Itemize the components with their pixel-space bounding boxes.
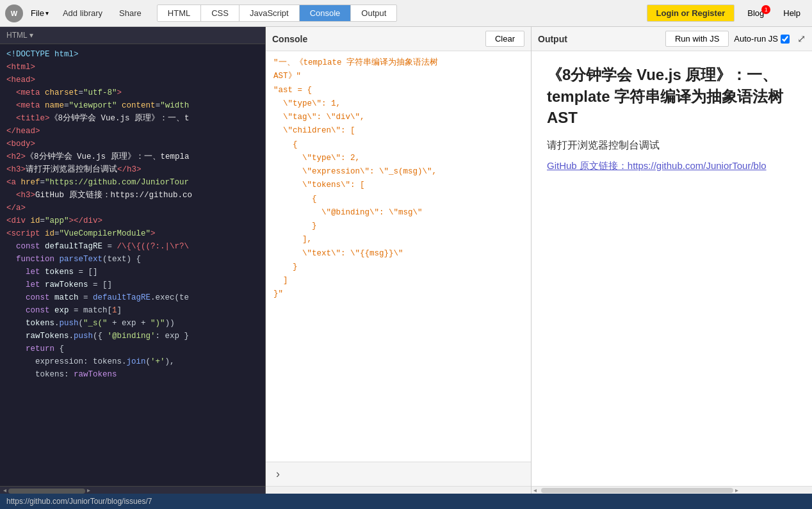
code-line: <meta charset="utf-8">	[0, 86, 265, 99]
blog-badge: 1	[761, 5, 770, 14]
console-line: \"tokens\": [	[273, 179, 523, 192]
console-line: "ast = {	[273, 84, 523, 97]
console-line: AST》"	[273, 70, 523, 83]
code-line: <!DOCTYPE html>	[0, 48, 265, 61]
html-editor-panel: HTML ▾ <!DOCTYPE html> <html> <head> <me…	[0, 27, 266, 494]
console-line: {	[273, 138, 523, 152]
console-line: \"children\": [	[273, 124, 523, 138]
clear-button[interactable]: Clear	[485, 31, 524, 47]
file-menu[interactable]: File ▾	[27, 6, 53, 20]
status-bar: https://github.com/JuniorTour/blog/issue…	[0, 494, 812, 509]
code-line: const exp = match[1]	[0, 304, 265, 317]
code-line: <html>	[0, 61, 265, 74]
console-line: {	[273, 193, 523, 206]
code-line: function parseText(text) {	[0, 253, 265, 266]
horizontal-scrollbar[interactable]: ◂ ▸	[0, 486, 265, 494]
share-button[interactable]: Share	[113, 6, 148, 20]
console-line: ]	[273, 274, 523, 287]
editor-tabs: HTML CSS JavaScript Console Output	[157, 4, 398, 22]
code-line: <h2>《8分钟学会 Vue.js 原理》：一、templa	[0, 150, 265, 163]
console-line: "一、《template 字符串编译为抽象语法树	[273, 56, 523, 70]
console-output[interactable]: "一、《template 字符串编译为抽象语法树 AST》" "ast = { …	[266, 51, 531, 462]
file-arrow-icon: ▾	[45, 10, 49, 17]
scroll-left-arrow[interactable]: ◂	[1, 487, 8, 494]
console-line: \"@binding\": \"msg\"	[273, 206, 523, 220]
code-line: <head>	[0, 74, 265, 86]
code-line: <div id="app"></div>	[0, 214, 265, 227]
run-with-js-button[interactable]: Run with JS	[665, 31, 729, 47]
console-line: ],	[273, 233, 523, 246]
output-title: Output	[538, 34, 660, 44]
scroll-right-arrow[interactable]: ▸	[85, 487, 92, 494]
console-line: }"	[273, 287, 523, 301]
code-line: <title>《8分钟学会 Vue.js 原理》：一、t	[0, 112, 265, 125]
code-line: const match = defaultTagRE.exec(te	[0, 291, 265, 304]
top-nav: W File ▾ Add library Share HTML CSS Java…	[0, 0, 812, 27]
output-panel: Output Run with JS Auto-run JS ⤢ 《8分钟学会 …	[532, 27, 812, 494]
add-library-button[interactable]: Add library	[56, 6, 109, 20]
login-button[interactable]: Login or Register	[647, 4, 735, 22]
code-line: tokens: rawTokens	[0, 368, 265, 381]
html-panel-header[interactable]: HTML ▾	[0, 27, 265, 44]
code-line: <h3>请打开浏览器控制台调试</h3>	[0, 163, 265, 176]
code-line: </a>	[0, 202, 265, 214]
output-header: Output Run with JS Auto-run JS ⤢	[532, 27, 812, 51]
tab-output[interactable]: Output	[351, 5, 396, 21]
console-line: }	[273, 261, 523, 274]
console-line: \"type\": 2,	[273, 152, 523, 165]
code-line: <meta name="viewport" content="width	[0, 99, 265, 112]
tab-javascript[interactable]: JavaScript	[240, 5, 300, 21]
output-scroll-left-arrow[interactable]: ◂	[532, 487, 539, 494]
file-label: File	[31, 8, 44, 18]
console-title: Console	[272, 34, 307, 44]
code-line: const defaultTagRE = /\{\{((?:.|\r?\	[0, 240, 265, 253]
output-content: 《8分钟学会 Vue.js 原理》：一、template 字符串编译为抽象语法树…	[532, 51, 812, 486]
code-line: <body>	[0, 138, 265, 150]
code-line: tokens.push("_s(" + exp + ")"))	[0, 317, 265, 330]
code-line: </head>	[0, 125, 265, 138]
output-scroll-thumb[interactable]	[541, 488, 733, 493]
auto-run-checkbox[interactable]	[781, 35, 790, 44]
code-line: return {	[0, 343, 265, 355]
output-hscroll[interactable]: ◂ ▸	[532, 486, 812, 494]
help-button[interactable]: Help	[777, 5, 807, 21]
console-line: \"tag\": \"div\",	[273, 111, 523, 124]
tab-html[interactable]: HTML	[158, 5, 201, 21]
blog-button[interactable]: Blog 1	[738, 5, 773, 21]
console-line: }	[273, 220, 523, 233]
code-line: <script id="VueCompilerModule">	[0, 227, 265, 240]
code-line: <a href="https://github.com/JuniorTour	[0, 176, 265, 189]
status-url: https://github.com/JuniorTour/blog/issue…	[6, 497, 152, 506]
main-content: HTML ▾ <!DOCTYPE html> <html> <head> <me…	[0, 27, 812, 494]
auto-run-label: Auto-run JS	[734, 34, 790, 44]
expand-output-icon[interactable]: ⤢	[797, 33, 806, 45]
output-scroll-right-arrow[interactable]: ▸	[733, 487, 740, 494]
console-hscroll[interactable]	[266, 486, 531, 494]
console-header: Console Clear	[266, 27, 531, 51]
code-editor[interactable]: <!DOCTYPE html> <html> <head> <meta char…	[0, 44, 265, 486]
tab-console[interactable]: Console	[300, 5, 352, 21]
console-line: \"type\": 1,	[273, 97, 523, 111]
logo-icon: W	[5, 4, 23, 22]
output-subheading: 请打开浏览器控制台调试	[547, 139, 797, 152]
code-line: let tokens = []	[0, 266, 265, 279]
code-line: expression: tokens.join('+'),	[0, 355, 265, 368]
console-panel: Console Clear "一、《template 字符串编译为抽象语法树 A…	[266, 27, 532, 494]
code-line: rawTokens.push({ '@binding': exp }	[0, 330, 265, 343]
tab-css[interactable]: CSS	[201, 5, 240, 21]
code-line: <h3>GitHub 原文链接：https://github.co	[0, 189, 265, 202]
console-expand-bar: ›	[266, 462, 531, 486]
html-panel-title: HTML ▾	[6, 31, 33, 40]
github-link[interactable]: GitHub 原文链接：https://github.com/JuniorTou…	[547, 160, 797, 172]
expand-console-icon[interactable]: ›	[271, 465, 285, 483]
hscroll-thumb[interactable]	[8, 489, 85, 494]
code-line: let rawTokens = []	[0, 279, 265, 291]
console-line: \"text\": \"{{msg}}\"	[273, 247, 523, 261]
console-line: \"expression\": \"_s(msg)\",	[273, 165, 523, 179]
output-heading: 《8分钟学会 Vue.js 原理》：一、template 字符串编译为抽象语法树…	[547, 64, 797, 129]
